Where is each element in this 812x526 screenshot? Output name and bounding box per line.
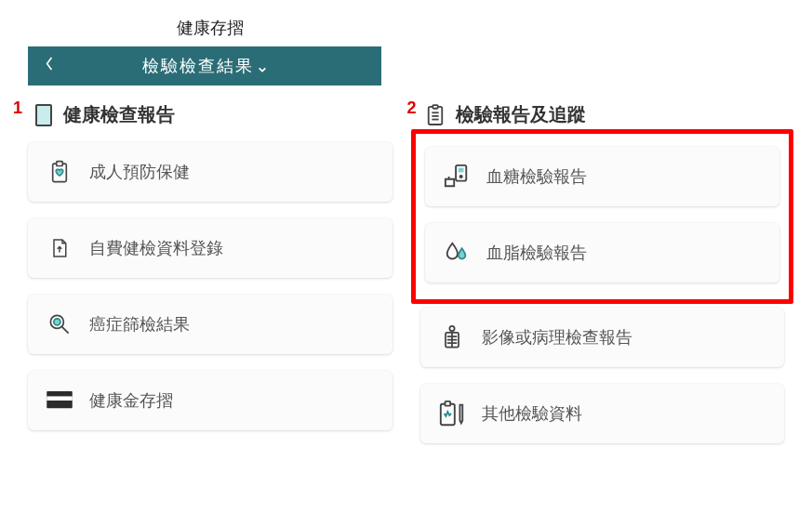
card-imaging-pathology-report[interactable]: 影像或病理檢查報告: [420, 308, 785, 367]
card-label: 成人預防保健: [89, 161, 190, 183]
svg-rect-0: [36, 105, 51, 125]
glucose-meter-icon: [442, 163, 472, 191]
right-section-header: 檢驗報告及追蹤: [420, 102, 785, 127]
card-other-test-data[interactable]: 其他檢驗資料: [420, 384, 785, 443]
clipboard-list-icon: [426, 103, 446, 127]
card-health-passbook[interactable]: 健康金存摺: [28, 371, 393, 430]
xray-torso-icon: [437, 323, 467, 351]
card-label: 血脂檢驗報告: [486, 242, 587, 264]
card-label: 血糖檢驗報告: [486, 165, 587, 188]
svg-point-16: [459, 176, 461, 178]
nav-title: 檢驗檢查結果: [142, 55, 254, 77]
report-book-icon: [33, 103, 54, 127]
nav-dropdown[interactable]: 檢驗檢查結果: [28, 55, 381, 77]
annotation-2: 2: [407, 99, 417, 118]
nav-bar: 檢驗檢查結果: [28, 46, 381, 85]
svg-point-5: [54, 319, 60, 325]
card-label: 癌症篩檢結果: [89, 313, 190, 335]
blood-drops-icon: [442, 239, 472, 267]
card-label: 健康金存摺: [89, 389, 173, 412]
card-label: 其他檢驗資料: [482, 402, 582, 425]
card-adult-preventive[interactable]: 成人預防保健: [28, 142, 393, 202]
app-title: 健康存摺: [28, 9, 784, 46]
svg-rect-3: [57, 162, 63, 166]
file-upload-icon: [45, 234, 74, 262]
card-blood-lipid-report[interactable]: 血脂檢驗報告: [425, 223, 780, 283]
svg-line-6: [62, 327, 69, 334]
svg-rect-24: [445, 401, 450, 406]
clipboard-pen-icon: [437, 400, 467, 427]
svg-rect-8: [47, 396, 73, 401]
right-header-label: 檢驗報告及追蹤: [456, 102, 586, 127]
passbook-card-icon: [45, 387, 74, 414]
clipboard-heart-icon: [45, 158, 74, 186]
svg-rect-23: [440, 404, 454, 426]
card-self-pay-register[interactable]: 自費健檢資料登錄: [28, 218, 393, 278]
magnifier-virus-icon: [45, 310, 74, 338]
svg-point-17: [449, 326, 454, 331]
annotation-1: 1: [13, 99, 22, 118]
svg-rect-14: [456, 165, 466, 181]
card-label: 影像或病理檢查報告: [482, 326, 632, 348]
highlight-box: 血糖檢驗報告 血脂檢驗報告: [411, 129, 794, 304]
card-blood-sugar-report[interactable]: 血糖檢驗報告: [425, 147, 780, 206]
svg-rect-15: [458, 168, 463, 173]
back-chevron-icon[interactable]: [45, 57, 54, 76]
card-label: 自費健檢資料登錄: [89, 237, 223, 259]
left-column: 1 健康檢查報告 成人預防保健: [28, 102, 393, 460]
left-section-header: 健康檢查報告: [28, 102, 393, 127]
right-column: 2 檢驗報告及追蹤: [420, 102, 785, 460]
card-cancer-screening[interactable]: 癌症篩檢結果: [28, 295, 393, 354]
left-header-label: 健康檢查報告: [63, 102, 175, 127]
svg-rect-10: [433, 105, 437, 109]
chevron-down-icon: [258, 61, 267, 71]
